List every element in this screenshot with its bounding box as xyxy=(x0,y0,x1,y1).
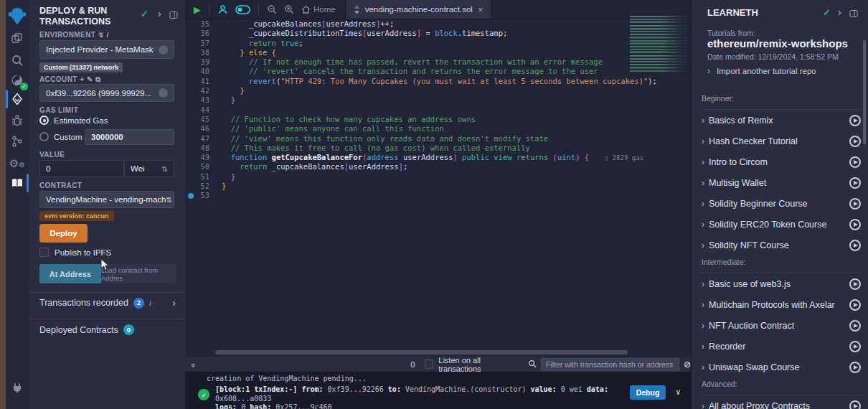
copy-account-icon[interactable]: ⧉ xyxy=(95,75,101,83)
unit-testing-icon[interactable] xyxy=(6,132,29,151)
line-number[interactable]: 50 xyxy=(185,162,217,171)
zoom-in-icon[interactable] xyxy=(284,4,294,14)
collapse-log-icon[interactable]: ∨ xyxy=(676,387,681,397)
play-tutorial-icon[interactable] xyxy=(849,240,861,251)
plugin-manager-icon[interactable] xyxy=(6,378,29,397)
environment-settings-icon[interactable] xyxy=(159,45,168,55)
listen-checkbox[interactable] xyxy=(425,359,433,369)
code-line[interactable]: 42 } xyxy=(185,86,691,95)
deploy-button[interactable]: Deploy xyxy=(39,224,88,243)
code-line[interactable]: 49 function getCupcakeBalanceFor(address… xyxy=(185,153,691,162)
tx-log[interactable]: [block:1 txIndex:-] from: 0xf39...92266 … xyxy=(215,385,621,409)
import-repo-row[interactable]: › Import another tutorial repo xyxy=(707,66,816,76)
play-tutorial-icon[interactable] xyxy=(849,320,861,332)
code-line[interactable]: 41 revert("HTTP 429: Too Many Cupcakes (… xyxy=(185,77,691,86)
play-tutorial-icon[interactable] xyxy=(849,341,861,352)
learneth-scrollbar[interactable] xyxy=(863,40,866,144)
tutorial-item[interactable]: ›Multichain Protocols with Axelar xyxy=(702,294,861,315)
tutorial-item[interactable]: ›Basics of Remix xyxy=(702,110,861,131)
tutorial-item[interactable]: ›Basic use of web3.js xyxy=(702,273,861,294)
line-number[interactable]: 46 xyxy=(185,124,217,133)
code-line[interactable]: 37 return true; xyxy=(185,39,691,48)
value-unit-select[interactable]: Wei⇅ xyxy=(124,160,174,177)
info-icon[interactable]: i xyxy=(149,298,151,307)
line-number[interactable]: 39 xyxy=(185,57,217,67)
code-line[interactable]: 46 // 'public' means anyone can call thi… xyxy=(185,124,691,133)
line-number[interactable]: 42 xyxy=(185,86,217,95)
expand-transactions-icon[interactable]: › xyxy=(172,297,176,309)
add-account-icon[interactable]: + xyxy=(80,75,85,83)
terminal-filter-input[interactable] xyxy=(541,358,679,371)
code-line[interactable]: 35 _cupcakeBalances[userAddress]++; xyxy=(185,19,691,29)
edit-account-icon[interactable]: ✎ xyxy=(87,75,93,83)
debug-button[interactable]: Debug xyxy=(630,385,666,400)
line-number[interactable]: 43 xyxy=(185,95,217,105)
code-line[interactable]: 40 // 'revert' cancels the transaction a… xyxy=(185,67,691,76)
line-number[interactable]: 40 xyxy=(185,67,217,76)
play-tutorial-icon[interactable] xyxy=(849,400,861,409)
horizontal-scrollbar[interactable] xyxy=(215,350,628,354)
code-editor[interactable]: 35 _cupcakeBalances[userAddress]++;36 _c… xyxy=(185,19,691,349)
home-tab[interactable]: Home xyxy=(301,5,336,14)
debugger-icon[interactable] xyxy=(6,111,29,130)
tutorial-item[interactable]: ›Solidity NFT Course xyxy=(702,235,861,255)
plug-icon[interactable]: ↯ xyxy=(98,31,104,39)
transactions-recorded-row[interactable]: Transactions recorded 2 i › xyxy=(39,297,176,309)
code-line[interactable]: 44 xyxy=(185,105,691,115)
unit-stepper-icon[interactable]: ⇅ xyxy=(162,165,168,173)
panel-pin-icon[interactable] xyxy=(169,9,178,22)
search-icon[interactable] xyxy=(6,51,29,70)
tutorial-item[interactable]: ›Recorder xyxy=(702,336,861,357)
panel-collapse-icon[interactable]: › xyxy=(158,8,161,19)
value-input[interactable]: 0 xyxy=(39,160,124,177)
code-line[interactable]: 38 } else { xyxy=(185,48,691,57)
learneth-collapse-icon[interactable]: › xyxy=(838,6,841,18)
play-tutorial-icon[interactable] xyxy=(849,219,861,230)
play-tutorial-icon[interactable] xyxy=(849,198,861,210)
gas-estimated-radio[interactable]: Estimated Gas xyxy=(39,116,108,125)
line-number[interactable]: 45 xyxy=(185,115,217,124)
line-number[interactable]: 35 xyxy=(185,19,217,29)
clear-console-icon[interactable]: ⊘ xyxy=(684,359,691,370)
gas-custom-radio[interactable]: Custom xyxy=(39,132,82,141)
line-number[interactable]: 52 xyxy=(185,182,217,191)
remixai-assistant-icon[interactable] xyxy=(217,4,228,15)
play-tutorial-icon[interactable] xyxy=(849,136,861,147)
remix-logo-icon[interactable] xyxy=(8,6,27,27)
line-number[interactable]: 53 xyxy=(185,191,217,200)
play-tutorial-icon[interactable] xyxy=(849,362,861,373)
tab-vending-machine-contract[interactable]: vending-machine-contract.sol × xyxy=(346,0,491,19)
tutorial-item[interactable]: ›Multisig Wallet xyxy=(702,172,861,193)
ai-toggle-icon[interactable] xyxy=(235,5,250,14)
learneth-pin-icon[interactable] xyxy=(849,8,858,21)
contract-select[interactable]: VendingMachine - vending-machin ⇅ xyxy=(39,191,174,208)
line-number[interactable]: 48 xyxy=(185,144,217,153)
deploy-run-icon[interactable] xyxy=(6,90,29,108)
play-tutorial-icon[interactable] xyxy=(849,115,861,126)
code-line[interactable]: 52} xyxy=(185,182,691,191)
play-tutorial-icon[interactable] xyxy=(849,177,861,189)
account-menu-icon[interactable] xyxy=(159,88,168,98)
close-tab-icon[interactable]: × xyxy=(478,4,483,15)
line-number[interactable]: 44 xyxy=(185,105,217,115)
code-line[interactable]: 47 // 'view' means this function only re… xyxy=(185,134,691,144)
code-line[interactable]: 50 return _cupcakeBalances[userAddress]; xyxy=(185,162,691,171)
line-number[interactable]: 41 xyxy=(185,77,217,86)
breakpoint-dot[interactable] xyxy=(188,193,194,199)
gas-custom-input[interactable]: 3000000 xyxy=(85,129,174,145)
account-select[interactable]: 0xf39...92266 (9999.99929... xyxy=(39,84,174,102)
code-line[interactable]: 48 // This makes it free to call (no gas… xyxy=(185,144,691,153)
editor-minimap[interactable] xyxy=(630,16,687,72)
code-line[interactable]: 53 xyxy=(185,191,691,200)
settings-icon[interactable]: ⚙⚙ xyxy=(6,154,29,172)
solidity-compiler-icon[interactable]: ✓ xyxy=(6,71,29,90)
publish-ipfs-checkbox[interactable]: Publish to IPFS xyxy=(39,248,111,257)
deployed-contracts-row[interactable]: Deployed Contracts 0 xyxy=(39,324,134,335)
info-icon[interactable]: i xyxy=(106,30,108,39)
line-number[interactable]: 49 xyxy=(185,153,217,162)
at-address-input[interactable]: Load contract from Addres xyxy=(101,264,176,283)
play-tutorial-icon[interactable] xyxy=(849,299,861,311)
run-script-icon[interactable]: ▶ xyxy=(194,4,201,15)
tutorial-item[interactable]: ›Solidity Beginner Course xyxy=(702,193,861,214)
code-line[interactable]: 45 // Function to check how many cupcake… xyxy=(185,115,691,124)
